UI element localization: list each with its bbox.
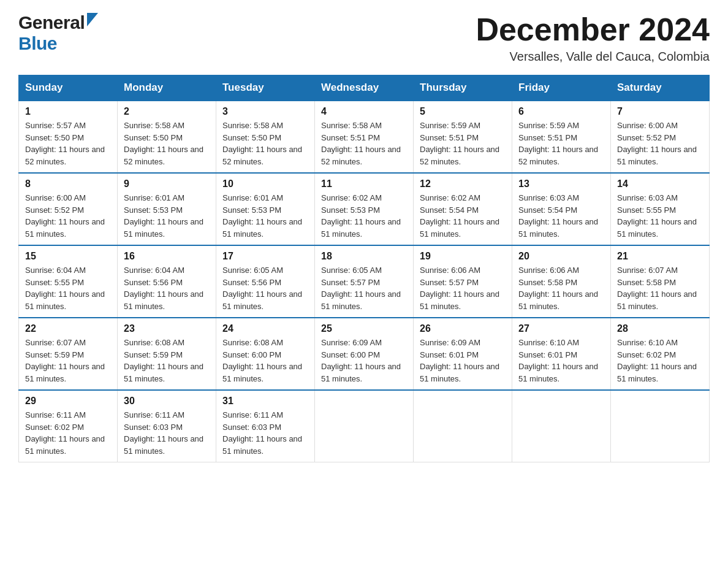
location-subtitle: Versalles, Valle del Cauca, Colombia bbox=[476, 50, 710, 64]
calendar-cell: 30Sunrise: 6:11 AMSunset: 6:03 PMDayligh… bbox=[118, 390, 216, 462]
day-number: 12 bbox=[420, 178, 506, 190]
day-info: Sunrise: 6:11 AMSunset: 6:03 PMDaylight:… bbox=[124, 409, 210, 457]
day-number: 16 bbox=[124, 251, 210, 262]
header: General Blue December 2024 Versalles, Va… bbox=[18, 12, 710, 64]
day-info: Sunrise: 6:00 AMSunset: 5:52 PMDaylight:… bbox=[25, 192, 111, 240]
day-info: Sunrise: 6:09 AMSunset: 6:01 PMDaylight:… bbox=[420, 337, 506, 385]
day-number: 4 bbox=[321, 106, 407, 117]
calendar-cell: 8Sunrise: 6:00 AMSunset: 5:52 PMDaylight… bbox=[19, 173, 118, 245]
day-number: 2 bbox=[124, 106, 210, 117]
day-info: Sunrise: 6:11 AMSunset: 6:02 PMDaylight:… bbox=[25, 409, 111, 457]
day-info: Sunrise: 6:06 AMSunset: 5:57 PMDaylight:… bbox=[420, 264, 506, 312]
calendar-cell: 4Sunrise: 5:58 AMSunset: 5:51 PMDaylight… bbox=[315, 101, 414, 173]
day-of-week-wednesday: Wednesday bbox=[315, 75, 414, 101]
day-info: Sunrise: 6:06 AMSunset: 5:58 PMDaylight:… bbox=[518, 264, 604, 312]
day-info: Sunrise: 6:08 AMSunset: 6:00 PMDaylight:… bbox=[222, 337, 308, 385]
day-number: 1 bbox=[25, 106, 111, 117]
day-of-week-sunday: Sunday bbox=[19, 75, 118, 101]
title-area: December 2024 Versalles, Valle del Cauca… bbox=[476, 12, 710, 64]
calendar-cell: 13Sunrise: 6:03 AMSunset: 5:54 PMDayligh… bbox=[512, 173, 611, 245]
day-info: Sunrise: 5:59 AMSunset: 5:51 PMDaylight:… bbox=[420, 120, 506, 167]
week-row-1: 1Sunrise: 5:57 AMSunset: 5:50 PMDaylight… bbox=[19, 101, 710, 173]
day-info: Sunrise: 6:05 AMSunset: 5:57 PMDaylight:… bbox=[321, 264, 407, 312]
day-info: Sunrise: 5:58 AMSunset: 5:50 PMDaylight:… bbox=[124, 120, 210, 167]
calendar-cell: 6Sunrise: 5:59 AMSunset: 5:51 PMDaylight… bbox=[512, 101, 611, 173]
day-info: Sunrise: 6:01 AMSunset: 5:53 PMDaylight:… bbox=[124, 192, 210, 240]
week-row-4: 22Sunrise: 6:07 AMSunset: 5:59 PMDayligh… bbox=[19, 318, 710, 390]
day-number: 25 bbox=[321, 323, 407, 334]
calendar-cell: 26Sunrise: 6:09 AMSunset: 6:01 PMDayligh… bbox=[414, 318, 512, 390]
day-number: 20 bbox=[518, 251, 604, 262]
day-info: Sunrise: 6:04 AMSunset: 5:55 PMDaylight:… bbox=[25, 264, 111, 312]
day-info: Sunrise: 6:11 AMSunset: 6:03 PMDaylight:… bbox=[222, 409, 308, 457]
day-of-week-friday: Friday bbox=[512, 75, 611, 101]
day-number: 19 bbox=[420, 251, 506, 262]
day-number: 23 bbox=[124, 323, 210, 334]
calendar-table: SundayMondayTuesdayWednesdayThursdayFrid… bbox=[18, 75, 710, 462]
day-of-week-tuesday: Tuesday bbox=[216, 75, 315, 101]
day-info: Sunrise: 6:09 AMSunset: 6:00 PMDaylight:… bbox=[321, 337, 407, 385]
calendar-cell bbox=[512, 390, 611, 462]
calendar-cell bbox=[611, 390, 710, 462]
day-of-week-saturday: Saturday bbox=[611, 75, 710, 101]
calendar-cell: 22Sunrise: 6:07 AMSunset: 5:59 PMDayligh… bbox=[19, 318, 118, 390]
day-info: Sunrise: 6:10 AMSunset: 6:01 PMDaylight:… bbox=[518, 337, 604, 385]
day-number: 13 bbox=[518, 178, 604, 190]
day-info: Sunrise: 5:57 AMSunset: 5:50 PMDaylight:… bbox=[25, 120, 111, 167]
day-number: 18 bbox=[321, 251, 407, 262]
day-number: 3 bbox=[222, 106, 308, 117]
svg-marker-0 bbox=[87, 13, 98, 26]
day-info: Sunrise: 6:05 AMSunset: 5:56 PMDaylight:… bbox=[222, 264, 308, 312]
day-number: 15 bbox=[25, 251, 111, 262]
calendar-cell bbox=[414, 390, 512, 462]
calendar-cell: 11Sunrise: 6:02 AMSunset: 5:53 PMDayligh… bbox=[315, 173, 414, 245]
day-info: Sunrise: 6:00 AMSunset: 5:52 PMDaylight:… bbox=[617, 120, 703, 167]
calendar-cell: 10Sunrise: 6:01 AMSunset: 5:53 PMDayligh… bbox=[216, 173, 315, 245]
day-number: 24 bbox=[222, 323, 308, 334]
calendar-cell: 28Sunrise: 6:10 AMSunset: 6:02 PMDayligh… bbox=[611, 318, 710, 390]
calendar-cell: 1Sunrise: 5:57 AMSunset: 5:50 PMDaylight… bbox=[19, 101, 118, 173]
week-row-2: 8Sunrise: 6:00 AMSunset: 5:52 PMDaylight… bbox=[19, 173, 710, 245]
calendar-cell: 16Sunrise: 6:04 AMSunset: 5:56 PMDayligh… bbox=[118, 245, 216, 318]
logo: General Blue bbox=[18, 12, 98, 54]
day-info: Sunrise: 6:01 AMSunset: 5:53 PMDaylight:… bbox=[222, 192, 308, 240]
calendar-cell: 25Sunrise: 6:09 AMSunset: 6:00 PMDayligh… bbox=[315, 318, 414, 390]
week-row-3: 15Sunrise: 6:04 AMSunset: 5:55 PMDayligh… bbox=[19, 245, 710, 318]
day-number: 27 bbox=[518, 323, 604, 334]
day-number: 11 bbox=[321, 178, 407, 190]
day-info: Sunrise: 6:07 AMSunset: 5:59 PMDaylight:… bbox=[25, 337, 111, 385]
calendar-cell: 9Sunrise: 6:01 AMSunset: 5:53 PMDaylight… bbox=[118, 173, 216, 245]
day-info: Sunrise: 6:02 AMSunset: 5:53 PMDaylight:… bbox=[321, 192, 407, 240]
calendar-cell: 19Sunrise: 6:06 AMSunset: 5:57 PMDayligh… bbox=[414, 245, 512, 318]
calendar-cell: 7Sunrise: 6:00 AMSunset: 5:52 PMDaylight… bbox=[611, 101, 710, 173]
day-number: 28 bbox=[617, 323, 703, 334]
day-number: 31 bbox=[222, 396, 308, 407]
logo-blue: Blue bbox=[18, 33, 57, 53]
calendar-cell: 17Sunrise: 6:05 AMSunset: 5:56 PMDayligh… bbox=[216, 245, 315, 318]
calendar-cell: 24Sunrise: 6:08 AMSunset: 6:00 PMDayligh… bbox=[216, 318, 315, 390]
calendar-cell: 31Sunrise: 6:11 AMSunset: 6:03 PMDayligh… bbox=[216, 390, 315, 462]
day-number: 26 bbox=[420, 323, 506, 334]
day-number: 5 bbox=[420, 106, 506, 117]
calendar-cell: 27Sunrise: 6:10 AMSunset: 6:01 PMDayligh… bbox=[512, 318, 611, 390]
day-number: 8 bbox=[25, 178, 111, 190]
calendar-cell: 14Sunrise: 6:03 AMSunset: 5:55 PMDayligh… bbox=[611, 173, 710, 245]
day-number: 10 bbox=[222, 178, 308, 190]
day-of-week-monday: Monday bbox=[118, 75, 216, 101]
calendar-cell: 18Sunrise: 6:05 AMSunset: 5:57 PMDayligh… bbox=[315, 245, 414, 318]
day-number: 22 bbox=[25, 323, 111, 334]
day-info: Sunrise: 6:03 AMSunset: 5:54 PMDaylight:… bbox=[518, 192, 604, 240]
day-number: 7 bbox=[617, 106, 703, 117]
logo-triangle-icon bbox=[87, 13, 98, 29]
calendar-cell bbox=[315, 390, 414, 462]
month-title: December 2024 bbox=[476, 12, 710, 47]
day-number: 14 bbox=[617, 178, 703, 190]
day-number: 29 bbox=[25, 396, 111, 407]
day-info: Sunrise: 5:59 AMSunset: 5:51 PMDaylight:… bbox=[518, 120, 604, 167]
day-info: Sunrise: 5:58 AMSunset: 5:50 PMDaylight:… bbox=[222, 120, 308, 167]
day-number: 21 bbox=[617, 251, 703, 262]
calendar-cell: 20Sunrise: 6:06 AMSunset: 5:58 PMDayligh… bbox=[512, 245, 611, 318]
day-number: 30 bbox=[124, 396, 210, 407]
calendar-cell: 12Sunrise: 6:02 AMSunset: 5:54 PMDayligh… bbox=[414, 173, 512, 245]
day-info: Sunrise: 6:08 AMSunset: 5:59 PMDaylight:… bbox=[124, 337, 210, 385]
